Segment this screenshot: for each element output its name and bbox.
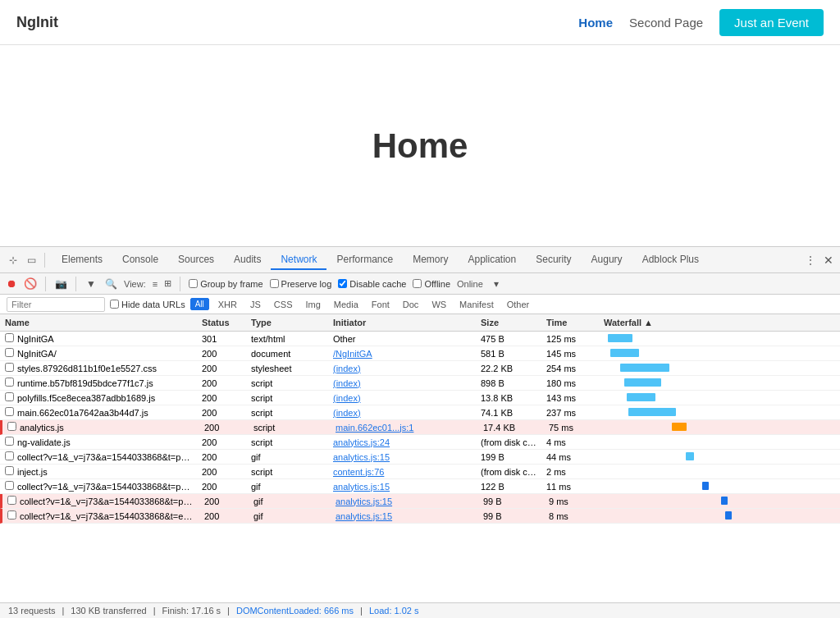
cursor-icon[interactable]: ⊹: [7, 254, 20, 267]
tab-network[interactable]: Network: [271, 250, 326, 270]
initiator-link[interactable]: content.js:76: [333, 467, 384, 477]
disable-cache-label[interactable]: Disable cache: [338, 279, 406, 289]
row-checkbox[interactable]: [5, 481, 14, 490]
tab-console[interactable]: Console: [112, 250, 168, 270]
offline-label[interactable]: Offline: [413, 279, 450, 289]
table-row[interactable]: collect?v=1&_v=j73&a=1544033868&t=pagevi…: [0, 450, 840, 465]
row-checkbox[interactable]: [5, 437, 14, 446]
row-checkbox[interactable]: [5, 407, 14, 416]
filter-media[interactable]: Media: [330, 299, 363, 310]
more-icon[interactable]: ⋮: [804, 254, 817, 267]
row-status: 200: [197, 347, 246, 360]
nav-home[interactable]: Home: [578, 16, 613, 30]
initiator-link[interactable]: analytics.js:15: [333, 452, 390, 462]
filter-xhr[interactable]: XHR: [214, 299, 241, 310]
filter-img[interactable]: Img: [301, 299, 324, 310]
initiator-link[interactable]: (index): [333, 378, 361, 388]
filter-font[interactable]: Font: [368, 299, 394, 310]
record-icon[interactable]: ⏺: [7, 277, 17, 290]
filter-doc[interactable]: Doc: [399, 299, 423, 310]
row-checkbox[interactable]: [5, 466, 14, 475]
row-checkbox[interactable]: [5, 392, 14, 401]
initiator-link[interactable]: analytics.js:15: [336, 497, 392, 506]
group-by-frame-checkbox[interactable]: [189, 279, 198, 288]
preserve-log-checkbox[interactable]: [270, 279, 279, 288]
dom-content-loaded[interactable]: DOMContentLoaded: 666 ms: [236, 606, 354, 616]
row-checkbox[interactable]: [7, 422, 16, 431]
table-row[interactable]: collect?v=1&_v=j73&a=1544033868&t=pagevi…: [0, 479, 840, 494]
tab-audits[interactable]: Audits: [224, 250, 271, 270]
row-waterfall: [599, 332, 840, 346]
initiator-link[interactable]: analytics.js:15: [336, 511, 392, 521]
table-row[interactable]: analytics.js 200 script main.662ec01...j…: [0, 420, 840, 435]
camera-icon[interactable]: 📷: [54, 277, 67, 291]
table-row[interactable]: NgInitGA 301 text/html Other 475 B 125 m…: [0, 332, 840, 346]
throttle-dropdown-icon[interactable]: ▾: [490, 277, 503, 291]
hide-data-urls-label[interactable]: Hide data URLs: [110, 300, 185, 309]
just-an-event-button[interactable]: Just an Event: [719, 9, 824, 36]
initiator-link[interactable]: main.662ec01...js:1: [336, 423, 413, 433]
network-toolbar: ⏺ 🚫 📷 ▼ 🔍 View: ≡ ⊞ Group by frame Prese…: [0, 273, 840, 295]
initiator-link[interactable]: (index): [333, 393, 361, 403]
clear-icon[interactable]: 🚫: [24, 277, 37, 290]
initiator-link[interactable]: analytics.js:24: [333, 437, 390, 447]
preserve-log-label[interactable]: Preserve log: [270, 279, 332, 289]
filter-manifest[interactable]: Manifest: [455, 299, 498, 310]
device-icon[interactable]: ▭: [25, 254, 38, 267]
filter-ws[interactable]: WS: [427, 299, 450, 310]
table-row[interactable]: ng-validate.js 200 script analytics.js:2…: [0, 435, 840, 450]
table-row[interactable]: styles.87926d811b1f0e1e5527.css 200 styl…: [0, 361, 840, 376]
row-waterfall: [601, 510, 840, 523]
tab-sources[interactable]: Sources: [168, 250, 224, 270]
table-row[interactable]: runtime.b57bf819d5bdce77f1c7.js 200 scri…: [0, 376, 840, 391]
row-checkbox[interactable]: [5, 363, 14, 372]
table-row[interactable]: inject.js 200 script content.js:76 (from…: [0, 465, 840, 479]
tab-memory[interactable]: Memory: [403, 250, 458, 270]
tab-adblock-plus[interactable]: Adblock Plus: [632, 250, 709, 270]
row-initiator: (index): [328, 391, 476, 405]
list-view-icon[interactable]: ≡: [153, 279, 158, 289]
filter-input[interactable]: [7, 297, 105, 312]
row-checkbox[interactable]: [7, 510, 16, 520]
table-row[interactable]: NgInitGA/ 200 document /NgInitGA 581 B 1…: [0, 346, 840, 361]
filter-other[interactable]: Other: [503, 299, 534, 310]
filter-icon[interactable]: ▼: [84, 277, 98, 291]
row-name: collect?v=1&_v=j73&a=1544033868&t=pagevi…: [0, 479, 197, 493]
initiator-link[interactable]: analytics.js:15: [333, 482, 390, 492]
table-row[interactable]: main.662ec01a7642aa3b44d7.js 200 script …: [0, 405, 840, 420]
table-row[interactable]: polyfills.f5ce8ecea387adbb1689.js 200 sc…: [0, 391, 840, 405]
search-icon[interactable]: 🔍: [104, 277, 117, 291]
table-rows: NgInitGA 301 text/html Other 475 B 125 m…: [0, 332, 840, 602]
separator-2: [45, 277, 46, 291]
initiator-link[interactable]: /NgInitGA: [333, 349, 372, 359]
initiator-link[interactable]: (index): [333, 364, 361, 373]
offline-checkbox[interactable]: [413, 279, 422, 288]
load-time[interactable]: Load: 1.02 s: [369, 606, 419, 616]
table-row[interactable]: collect?v=1&_v=j73&a=1544033868&t=pagevi…: [0, 494, 840, 509]
nav-second-page[interactable]: Second Page: [629, 16, 703, 30]
initiator-link[interactable]: (index): [333, 408, 361, 418]
tab-augury[interactable]: Augury: [582, 250, 632, 270]
tab-elements[interactable]: Elements: [52, 250, 112, 270]
tab-performance[interactable]: Performance: [326, 250, 403, 270]
row-size: 581 B: [476, 347, 541, 360]
row-checkbox[interactable]: [7, 496, 16, 505]
row-checkbox[interactable]: [5, 451, 14, 460]
grid-view-icon[interactable]: ⊞: [164, 278, 171, 289]
close-devtools[interactable]: ✕: [824, 254, 833, 267]
finish-time: Finish: 17.16 s: [162, 606, 221, 616]
disable-cache-checkbox[interactable]: [338, 279, 347, 288]
filter-js[interactable]: JS: [246, 299, 265, 310]
row-size: 22.2 KB: [476, 362, 541, 375]
group-by-frame-label[interactable]: Group by frame: [189, 279, 262, 289]
row-time: 180 ms: [541, 377, 599, 390]
row-checkbox[interactable]: [5, 378, 14, 387]
tab-security[interactable]: Security: [526, 250, 581, 270]
tab-application[interactable]: Application: [459, 250, 527, 270]
row-checkbox[interactable]: [5, 348, 14, 357]
filter-css[interactable]: CSS: [270, 299, 297, 310]
filter-all-button[interactable]: All: [190, 298, 209, 310]
row-checkbox[interactable]: [5, 333, 14, 342]
table-row[interactable]: collect?v=1&_v=j73&a=1544033868&t=event&…: [0, 509, 840, 524]
hide-data-urls-checkbox[interactable]: [110, 300, 119, 309]
